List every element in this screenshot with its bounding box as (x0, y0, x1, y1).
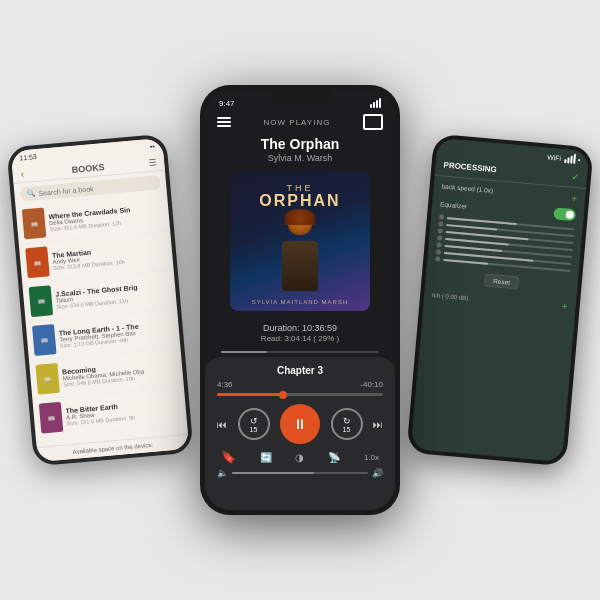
skip-back-button[interactable]: ↺ 15 (238, 408, 270, 440)
volume-fill (232, 472, 314, 474)
center-signal (370, 98, 381, 108)
play-pause-button[interactable]: ⏸ (280, 404, 320, 444)
book-info: J.Scalzi - The Ghost Brig Talium Size: 6… (55, 280, 170, 309)
eq-dot (438, 228, 443, 233)
eq-dot (438, 221, 443, 226)
cover-orphan: ORPHAN (230, 193, 370, 209)
bookmark-icon[interactable]: 🔖 (221, 450, 236, 464)
check-icon[interactable]: ✓ (571, 171, 580, 183)
brightness-icon[interactable]: ◑ (295, 452, 304, 463)
figure-hair (285, 209, 315, 225)
overall-progress (221, 351, 379, 353)
overall-progress-fill (221, 351, 267, 353)
right-wifi: WiFi (547, 153, 562, 161)
search-icon: 🔍 (26, 189, 36, 198)
book-cover-thumb: 📖 (25, 246, 50, 278)
eq-dot (437, 235, 442, 240)
rewind-button[interactable]: ⏮ (217, 419, 227, 430)
book-info: The Martian Andy Weir Size: 313.8 MB Dur… (52, 242, 167, 271)
book-cover-thumb: 📖 (29, 285, 54, 317)
left-time: 11:53 (19, 153, 37, 162)
pitch-label: tch ( 0.00 dB) (432, 292, 468, 301)
bottom-icons: 🔖 🔄 ◑ 📡 1.0x (217, 450, 383, 464)
book-cover-thumb: 📖 (39, 402, 64, 434)
right-title: PROCESSING (443, 161, 497, 175)
book-info: The Bitter Earth A.R. Shaw Size: 151.6 M… (65, 397, 180, 426)
library-icon[interactable] (363, 114, 383, 130)
eq-fill (443, 258, 488, 264)
equalizer-toggle[interactable] (553, 207, 576, 221)
skip-forward-icon: ↻ (343, 416, 351, 426)
book-info: Where the Crawdads Sin Delia Owens Size:… (48, 203, 163, 232)
equalizer-label: Equalizer (440, 200, 468, 209)
eq-sliders (435, 214, 575, 273)
airplay-icon[interactable]: 📡 (328, 452, 340, 463)
phone-left: 11:53 ▪▪ ‹ BOOKS ☰ 🔍 📖 Where the Crawdad… (6, 134, 193, 467)
fast-forward-button[interactable]: ⏭ (373, 419, 383, 430)
book-title-area: The Orphan Sylvia M. Warsh (205, 134, 395, 163)
menu-button[interactable] (217, 117, 231, 127)
cover-author-text: SYLVIA MAITLAND MARSH (230, 299, 370, 305)
eq-dot (436, 249, 441, 254)
cover-title: THE ORPHAN (230, 183, 370, 209)
playback-speed-label: back speed (1.0x) (441, 182, 493, 193)
volume-bar[interactable] (232, 472, 368, 474)
eq-dot (439, 214, 444, 219)
phone-right: WiFi ▪ PROCESSING ✓ back speed (1.0x) + (406, 134, 593, 467)
rewind-icon: ⏮ (217, 419, 227, 430)
volume-low-icon: 🔈 (217, 468, 228, 478)
skip-back-seconds: 15 (250, 426, 258, 433)
speed-button[interactable]: 1.0x (364, 453, 379, 462)
menu-icon[interactable]: ☰ (148, 157, 157, 168)
volume-row: 🔈 🔊 (217, 468, 383, 478)
back-button[interactable]: ‹ (20, 168, 24, 179)
time-current: 4:36 (217, 380, 233, 389)
duration-label: Duration: 10:36:59 (215, 323, 385, 333)
pause-icon: ⏸ (293, 416, 307, 432)
controls-row: ⏮ ↺ 15 ⏸ ↻ 15 ⏭ (217, 404, 383, 444)
notch (270, 85, 330, 105)
reset-button[interactable]: Reset (484, 274, 520, 290)
book-info: The Long Earth - 1 - The Terry Pratchett… (58, 319, 173, 348)
search-input[interactable] (38, 179, 154, 196)
cover-figure (275, 211, 325, 291)
read-label: Read: 3:04:14 ( 29% ) (215, 334, 385, 343)
cover-art: THE ORPHAN SYLVIA MAITLAND MARSH (230, 171, 370, 311)
left-footer: Available space on the device: (37, 434, 190, 462)
speed-plus[interactable]: + (571, 193, 578, 204)
skip-forward-button[interactable]: ↻ 15 (331, 408, 363, 440)
eq-dot (435, 256, 440, 261)
seek-bar[interactable] (217, 393, 383, 396)
figure-torso (282, 241, 318, 291)
book-main-title: The Orphan (215, 136, 385, 152)
fast-forward-icon: ⏭ (373, 419, 383, 430)
right-content: back speed (1.0x) + Equalizer (423, 176, 586, 318)
time-remaining: -40:10 (360, 380, 383, 389)
pitch-plus[interactable]: + (561, 300, 568, 311)
volume-high-icon: 🔊 (372, 468, 383, 478)
skip-forward-seconds: 15 (343, 426, 351, 433)
scene: 11:53 ▪▪ ‹ BOOKS ☰ 🔍 📖 Where the Crawdad… (10, 10, 590, 590)
book-list: 📖 Where the Crawdads Sin Delia Owens Siz… (15, 193, 187, 439)
book-cover-thumb: 📖 (35, 363, 60, 395)
right-battery: ▪ (578, 156, 581, 163)
seek-thumb (279, 391, 287, 399)
seek-fill (217, 393, 283, 396)
book-main-author: Sylvia M. Warsh (215, 153, 385, 163)
left-battery: ▪▪ (150, 143, 156, 150)
skip-back-icon: ↺ (250, 416, 258, 426)
eq-dot (436, 242, 441, 247)
center-header: NOW PLAYING (205, 110, 395, 134)
duration-info: Duration: 10:36:59 Read: 3:04:14 ( 29% ) (205, 319, 395, 347)
book-info: Becoming Michelle Obama, Michelle Oba Si… (62, 358, 177, 387)
book-cover-thumb: 📖 (22, 208, 47, 240)
phone-center: 9:47 NOW PLAYING The Orphan Sylvia (200, 85, 400, 515)
refresh-icon[interactable]: 🔄 (260, 452, 272, 463)
time-row: 4:36 -40:10 (217, 380, 383, 389)
player-panel: Chapter 3 4:36 -40:10 ⏮ ↺ 15 (205, 357, 395, 510)
book-cover-thumb: 📖 (32, 324, 57, 356)
center-time: 9:47 (219, 99, 235, 108)
chapter-label: Chapter 3 (217, 365, 383, 376)
signal-bars (564, 153, 576, 164)
now-playing-label: NOW PLAYING (264, 118, 331, 127)
